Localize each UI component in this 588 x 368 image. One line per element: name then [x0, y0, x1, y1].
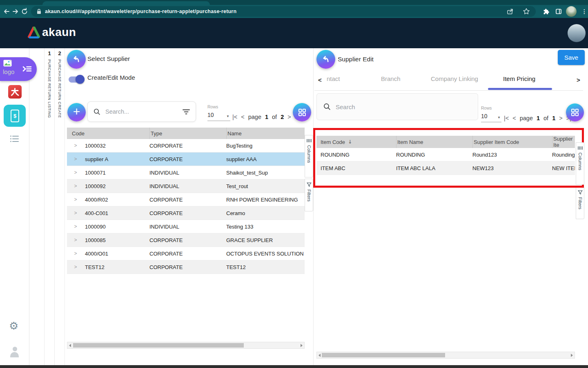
- profile-person-icon[interactable]: [10, 347, 19, 357]
- table-row[interactable]: ITEM ABC ITEM ABC LALA NEW123 NEW ITEM: [316, 162, 575, 175]
- supplier-search-box[interactable]: [87, 101, 196, 122]
- grid-view-button[interactable]: [566, 103, 584, 121]
- add-supplier-button[interactable]: +: [67, 103, 86, 121]
- next-page-button[interactable]: >: [559, 115, 562, 121]
- sidebar-app-icon-billing[interactable]: $: [4, 105, 26, 127]
- column-header-name[interactable]: Name: [226, 128, 305, 139]
- first-page-button[interactable]: |<: [504, 115, 509, 121]
- column-header-supplier-item-name[interactable]: Supplier Ite: [552, 136, 575, 148]
- horizontal-scrollbar[interactable]: [67, 342, 305, 349]
- columns-side-tab[interactable]: Columns: [305, 135, 313, 177]
- scroll-left-arrow[interactable]: [69, 344, 71, 347]
- workflow-tab-purchase-return-create[interactable]: 2 PURCHASE RETURN CREATE: [54, 48, 65, 365]
- collapse-menu-icon[interactable]: [22, 65, 32, 73]
- table-row[interactable]: > 4000/O01 CORPORATE OCTOPUS EVENTS SOLU…: [67, 247, 305, 260]
- expand-row-icon[interactable]: >: [74, 264, 77, 270]
- back-arrow-icon: [71, 54, 82, 65]
- item-search-box[interactable]: [316, 93, 478, 120]
- prev-page-button[interactable]: <: [241, 114, 244, 120]
- first-page-button[interactable]: |<: [232, 114, 237, 120]
- share-icon[interactable]: [506, 8, 514, 15]
- expand-row-icon[interactable]: >: [74, 170, 77, 175]
- rows-per-page-select[interactable]: 10 ▼: [207, 112, 230, 121]
- column-header-type[interactable]: Type: [149, 128, 226, 139]
- broken-image-icon: [3, 60, 12, 67]
- expand-row-icon[interactable]: >: [74, 237, 77, 243]
- scroll-left-arrow[interactable]: [318, 354, 321, 357]
- expand-row-icon[interactable]: >: [74, 156, 77, 162]
- scrollbar-thumb[interactable]: [322, 353, 445, 357]
- create-edit-mode-toggle[interactable]: [69, 76, 83, 83]
- column-header-supplier-item-code[interactable]: Supplier Item Code: [472, 136, 552, 148]
- sidebar-logo-pill[interactable]: logo: [0, 57, 37, 81]
- back-button[interactable]: [67, 50, 86, 69]
- table-row[interactable]: > TEST12 CORPORATE TEST12: [67, 260, 305, 274]
- column-header-item-code[interactable]: Item Code ↓: [321, 136, 396, 148]
- table-row[interactable]: ROUNDING ROUNDING Round123 Rounding: [316, 148, 575, 162]
- scroll-right-arrow[interactable]: [571, 354, 573, 357]
- address-bar[interactable]: akaun.cloud/#/applet/tnt/wavelet/erp/pur…: [31, 6, 536, 17]
- cell-name: Test_rout: [225, 183, 305, 189]
- filter-list-icon[interactable]: [183, 109, 190, 115]
- save-button[interactable]: Save: [558, 50, 585, 65]
- tab-branch[interactable]: Branch: [381, 75, 401, 82]
- table-row-selected[interactable]: > supplier A CORPORATE supplier AAA: [67, 153, 305, 166]
- extensions-icon[interactable]: [543, 8, 550, 15]
- columns-side-tab[interactable]: Columns: [576, 142, 584, 185]
- table-row[interactable]: > 400-C001 CORPORATE Ceramo: [67, 206, 305, 220]
- filters-side-tab[interactable]: Filters: [305, 179, 313, 211]
- tab-item-pricing[interactable]: Item Pricing: [503, 75, 535, 82]
- cell-type: CORPORATE: [149, 237, 225, 243]
- expand-row-icon[interactable]: >: [74, 143, 77, 148]
- workflow-tab-label: PURCHASE RETURN LISTING: [47, 59, 51, 118]
- filters-side-tab[interactable]: Filters: [576, 186, 584, 219]
- next-page-button[interactable]: >: [287, 114, 291, 120]
- list-menu-icon[interactable]: [10, 135, 19, 143]
- workflow-tab-purchase-return-listing[interactable]: 1 PURCHASE RETURN LISTING: [44, 48, 54, 365]
- reload-icon[interactable]: [21, 8, 28, 15]
- search-input[interactable]: [105, 108, 183, 115]
- table-row[interactable]: > 4000/R02 CORPORATE RNH POWER ENGINEERI…: [67, 193, 305, 206]
- page-word: page: [520, 115, 533, 121]
- column-header-item-name[interactable]: Item Name: [396, 136, 472, 148]
- table-row[interactable]: > 1000085 CORPORATE GRACE SUPPLIER: [67, 233, 305, 247]
- expand-row-icon[interactable]: >: [74, 210, 77, 216]
- expand-row-icon[interactable]: >: [74, 251, 77, 256]
- user-avatar[interactable]: [568, 24, 586, 42]
- search-input[interactable]: [335, 103, 471, 111]
- forward-icon[interactable]: [12, 8, 19, 15]
- horizontal-scrollbar[interactable]: [316, 352, 575, 359]
- sort-desc-icon[interactable]: ↓: [348, 139, 352, 145]
- grid-view-button[interactable]: [293, 103, 311, 121]
- expand-row-icon[interactable]: >: [74, 183, 77, 189]
- pagination: |< < page 1 of 2 > >|: [232, 114, 300, 120]
- table-row[interactable]: > 1000032 CORPORATE BugTesting: [67, 139, 305, 153]
- cell-name: TEST12: [225, 264, 305, 270]
- columns-icon: [307, 139, 312, 143]
- column-header-code[interactable]: Code: [72, 128, 149, 139]
- expand-row-icon[interactable]: >: [74, 224, 77, 229]
- back-button[interactable]: [316, 50, 335, 69]
- table-row[interactable]: > 1000071 INDIVIDUAL Shaikot_test_Sup: [67, 166, 305, 180]
- rows-per-page-select[interactable]: 10 ▼: [481, 113, 501, 122]
- browser-profile-avatar[interactable]: [566, 6, 577, 17]
- prev-page-button[interactable]: <: [512, 115, 516, 121]
- browser-active-tab[interactable]: [42, 1, 210, 5]
- expand-row-icon[interactable]: >: [74, 197, 77, 202]
- app-header: akaun: [0, 18, 588, 48]
- tabs-scroll-left[interactable]: <: [318, 76, 322, 83]
- side-panel-icon[interactable]: [555, 8, 562, 15]
- tabs-scroll-right[interactable]: >: [577, 76, 580, 83]
- scroll-right-arrow[interactable]: [301, 344, 303, 347]
- back-icon[interactable]: [3, 8, 10, 15]
- tab-contact[interactable]: ntact: [327, 75, 340, 82]
- table-row[interactable]: > 1000090 INDIVIDUAL Testing 133: [67, 220, 305, 233]
- sidebar-app-icon-red[interactable]: [8, 85, 22, 99]
- bookmark-star-icon[interactable]: [523, 8, 530, 15]
- tab-company-linking[interactable]: Company Linking: [431, 75, 478, 82]
- settings-gear-icon[interactable]: ⚙: [9, 320, 18, 332]
- browser-menu-icon[interactable]: ⋮: [581, 7, 587, 16]
- cell-name: Shaikot_test_Sup: [225, 170, 305, 176]
- scrollbar-thumb[interactable]: [73, 343, 244, 348]
- table-row[interactable]: > 1000092 INDIVIDUAL Test_rout: [67, 180, 305, 193]
